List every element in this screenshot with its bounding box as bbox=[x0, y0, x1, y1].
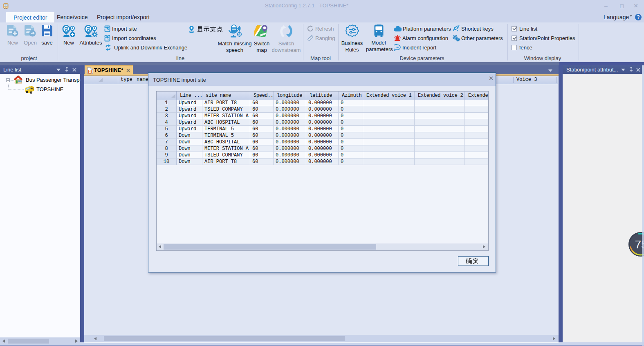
svg-text:B: B bbox=[89, 69, 91, 74]
